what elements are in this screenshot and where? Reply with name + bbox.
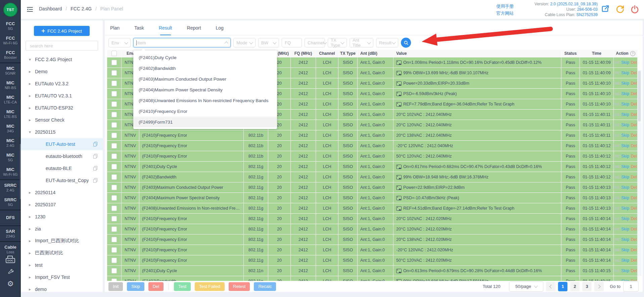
graph-thumbnail-icon[interactable] [396,60,402,65]
row-checkbox[interactable] [111,101,117,107]
tree-expand-arrow[interactable]: ▸ [29,93,35,98]
row-action-del[interactable]: Del [631,175,637,179]
tree-expand-arrow[interactable]: ▸ [29,226,35,231]
bw-filter-select[interactable]: BW [258,38,279,47]
search-button[interactable] [401,38,411,48]
prev-page-button[interactable] [546,282,555,291]
table-header-cell[interactable]: Value [394,50,561,57]
row-checkbox[interactable] [111,133,117,138]
tree-node[interactable]: ▾ 20250115 [21,126,103,138]
menu-collapse-icon[interactable] [26,6,34,13]
row-action-init[interactable]: Init [614,112,619,117]
row-checkbox[interactable] [111,206,117,211]
graph-thumbnail-icon[interactable] [396,196,402,200]
row-checkbox[interactable] [111,70,117,76]
row-action-del[interactable]: Del [631,102,637,107]
tab[interactable]: Log [216,20,224,35]
tree-expand-arrow[interactable]: ▸ [29,105,35,110]
row-action-init[interactable]: Init [614,71,619,75]
tree-node[interactable]: ▸ 20250114 [21,186,103,199]
tree-node[interactable]: ▸ 20250107 [21,199,103,211]
add-project-button[interactable]: FCC 2.4G Project [34,26,90,36]
row-action-init[interactable]: Init [614,133,619,138]
row-checkbox[interactable] [111,216,117,221]
row-checkbox[interactable] [111,164,117,169]
sidebar-module-item[interactable]: MIC LTE-CA [0,92,21,107]
row-checkbox[interactable] [111,268,117,273]
help-icon[interactable] [630,51,635,56]
row-action-init[interactable]: Init [614,206,619,211]
official-website-link[interactable]: 官方网站 [496,10,514,17]
row-action-del[interactable]: Del [631,164,637,169]
sidebar-module-item[interactable]: MIC 5G [0,150,21,165]
row-action-skip[interactable]: Skip [621,175,629,179]
row-action-skip[interactable]: Skip [621,248,629,252]
row-checkbox[interactable] [111,91,117,96]
table-header-cell[interactable]: Status [561,50,580,57]
item-filter-select[interactable]: Item [133,38,231,47]
tree-expand-arrow[interactable]: ▸ [29,251,35,255]
tab[interactable]: Result [159,20,172,35]
row-action-del[interactable]: Del [631,91,637,96]
tree-node[interactable]: ▸ EUTAUTO V2.3.1 [21,90,103,102]
dropdown-option[interactable]: (F2402)Bandwidth [133,63,277,74]
tree-expand-arrow[interactable]: ▸ [29,287,35,292]
sidebar-scrollbar[interactable] [20,144,21,199]
row-action-init[interactable]: Init [614,237,619,242]
tree-node[interactable]: ▸ Import_巴西测试对比 [21,235,103,247]
copy-icon[interactable] [93,178,97,183]
row-action-skip[interactable]: Skip [621,60,629,65]
test-failed-button[interactable]: Test Failed [195,282,225,291]
row-action-del[interactable]: Del [631,123,637,127]
tree-expand-arrow[interactable]: ▸ [29,263,35,267]
row-action-skip[interactable]: Skip [621,216,629,221]
ant-title-filter-select[interactable]: Ant Title [350,38,373,47]
init-button[interactable]: Init [108,282,123,291]
dropdown-option[interactable]: (F2404)Maximum Power Spectral Density [133,84,277,95]
tree-node[interactable]: ▸ demo [21,283,103,292]
breadcrumb-dashboard[interactable]: Dashboard [39,6,62,11]
del-button[interactable]: Del [148,282,164,291]
row-action-skip[interactable]: Skip [621,143,629,148]
row-action-init[interactable]: Init [614,123,619,127]
copy-icon[interactable] [93,142,97,146]
copy-icon[interactable] [93,154,97,159]
row-action-del[interactable]: Del [631,71,637,75]
row-action-skip[interactable]: Skip [621,237,629,242]
row-checkbox[interactable] [111,143,117,148]
row-action-init[interactable]: Init [614,216,619,221]
sidebar-module-item[interactable]: SAR 234G [0,226,21,241]
select-all-checkbox[interactable] [111,51,117,56]
dropdown-option[interactable]: (F2408)Unwanted Emissions In Non-restric… [133,95,277,106]
tree-expand-arrow[interactable]: ▸ [29,81,35,86]
table-header-cell[interactable]: Time [580,50,613,57]
refresh-icon[interactable] [615,5,625,14]
row-action-skip[interactable]: Skip [621,185,629,190]
row-action-skip[interactable]: Skip [621,133,629,138]
tree-node[interactable]: ▸ EUTAuto V2.3.2 [21,78,103,90]
row-action-init[interactable]: Init [614,60,619,65]
row-action-init[interactable]: Init [614,196,619,200]
fq-filter-input[interactable] [282,38,302,47]
row-action-del[interactable]: Del [631,133,637,138]
row-action-del[interactable]: Del [631,81,637,86]
tree-expand-arrow[interactable]: ▸ [29,190,35,195]
graph-thumbnail-icon[interactable] [396,92,402,96]
row-action-skip[interactable]: Skip [621,154,629,159]
dropdown-option[interactable]: (F2499)Form731 [133,117,277,127]
row-action-skip[interactable]: Skip [621,71,629,75]
sidebar-module-item[interactable]: MIC 34G [0,121,21,136]
sidebar-module-item[interactable]: Cable Loss [0,242,21,257]
row-action-init[interactable]: Init [614,175,619,179]
sidebar-module-item[interactable]: MIC LTE-BS [0,107,21,121]
graph-thumbnail-icon[interactable] [396,165,402,169]
row-action-skip[interactable]: Skip [621,258,629,263]
tab[interactable]: Task [134,20,144,35]
mode-filter-select[interactable]: Mode [233,38,256,47]
sidebar-module-item[interactable]: SRRC 2.4G [0,180,21,195]
row-action-skip[interactable]: Skip [621,81,629,86]
row-action-skip[interactable]: Skip [621,196,629,200]
sidebar-module-item[interactable]: MIC 5GNR [0,63,21,78]
row-checkbox[interactable] [111,237,117,242]
app-logo[interactable]: TST [3,3,17,17]
